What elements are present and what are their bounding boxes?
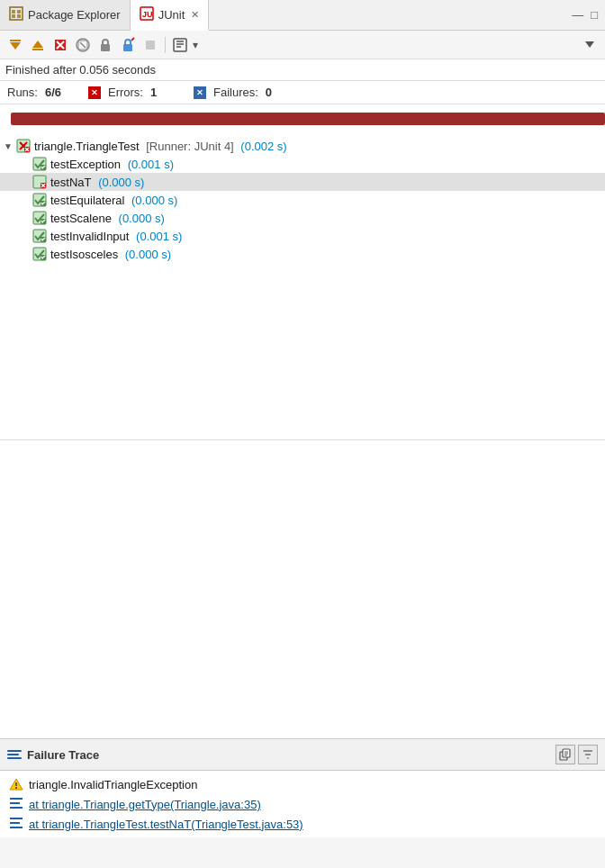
tab-bar-actions: — □ [564, 0, 605, 30]
runs-value: 6/6 [45, 86, 81, 99]
trace-exception-text: triangle.InvalidTriangleException [29, 778, 197, 791]
errors-icon: ✕ [88, 86, 101, 99]
maximize-btn[interactable]: □ [589, 6, 600, 23]
svg-marker-9 [32, 41, 43, 48]
failure-trace-body: triangle.InvalidTriangleException at tri… [0, 771, 605, 837]
failures-value: 0 [266, 86, 302, 99]
svg-rect-2 [17, 10, 21, 14]
test-time-invalidinput: (0.001 s) [132, 230, 182, 243]
rerun-btn[interactable] [73, 35, 93, 55]
test-ok-icon-isosceles [32, 247, 47, 261]
trace-stack1-text[interactable]: at triangle.Triangle.getType(Triangle.ja… [29, 798, 261, 811]
tab-package-explorer[interactable]: Package Explorer [0, 0, 131, 30]
svg-rect-21 [174, 39, 186, 51]
svg-rect-4 [17, 14, 21, 18]
runs-label: Runs: [7, 86, 38, 99]
stop-disabled-btn[interactable] [140, 35, 160, 55]
tab-package-explorer-label: Package Explorer [28, 8, 121, 22]
tab-bar: Package Explorer JU JUnit ✕ — □ [0, 0, 605, 31]
test-name-exception: testException [50, 158, 121, 171]
tab-junit[interactable]: JU JUnit ✕ [131, 0, 210, 31]
view-menu-btn[interactable] [580, 34, 600, 54]
tree-spacer [0, 440, 605, 739]
dropdown-arrow-icon: ▾ [193, 39, 198, 51]
svg-line-16 [80, 42, 86, 48]
trace-filter-btn[interactable] [578, 745, 598, 764]
root-test-error-icon [16, 139, 31, 153]
lock1-btn[interactable] [95, 35, 115, 55]
stop-btn[interactable] [50, 35, 70, 55]
tree-item-testIsosceles[interactable]: testIsosceles (0.000 s) [0, 245, 605, 263]
svg-marker-25 [585, 41, 594, 48]
tree-item-testScalene[interactable]: testScalene (0.000 s) [0, 209, 605, 227]
tab-junit-close[interactable]: ✕ [191, 9, 199, 21]
tab-junit-label: JUnit [158, 8, 185, 22]
svg-rect-3 [12, 14, 15, 18]
svg-rect-1 [12, 10, 15, 14]
test-name-isosceles: testIsosceles [50, 248, 118, 261]
prev-failure-btn[interactable] [28, 35, 48, 55]
history-btn[interactable] [170, 35, 190, 55]
failure-trace-header: Failure Trace [0, 738, 605, 771]
svg-line-19 [131, 38, 134, 41]
svg-point-57 [15, 787, 17, 789]
toolbar: ▾ [0, 31, 605, 59]
stats-row: Runs: 6/6 ✕ Errors: 1 ✕ Failures: 0 [0, 81, 605, 104]
tree-root-item[interactable]: ▼ triangle.TriangleTest [Runner: JUnit 4… [0, 137, 605, 155]
failure-trace-section: Failure Trace [0, 738, 605, 837]
tree-item-testException[interactable]: testException (0.001 s) [0, 155, 605, 173]
test-time-scalene: (0.000 s) [115, 212, 165, 225]
test-ok-icon-scalene [32, 211, 47, 225]
errors-value: 1 [150, 86, 186, 99]
test-time-nat: (0.000 s) [95, 176, 145, 189]
test-time-exception: (0.001 s) [124, 158, 174, 171]
test-name-invalidinput: testInvalidInput [50, 230, 129, 243]
root-test-name: triangle.TriangleTest [34, 140, 140, 153]
test-name-scalene: testScalene [50, 212, 112, 225]
progress-bar [11, 113, 605, 125]
status-text: Finished after 0.056 seconds [5, 63, 156, 77]
trace-lines-icon-2 [9, 817, 23, 831]
failure-trace-lines-icon [7, 750, 22, 759]
test-error-icon-nat [32, 175, 47, 189]
trace-stack2-text[interactable]: at triangle.TriangleTest.testNaT(Triangl… [29, 818, 303, 831]
trace-lines-icon-1 [9, 797, 23, 811]
trace-item-stack1[interactable]: at triangle.Triangle.getType(Triangle.ja… [5, 794, 600, 814]
tree-item-testInvalidInput[interactable]: testInvalidInput (0.001 s) [0, 227, 605, 245]
toolbar-dropdown-btn[interactable]: ▾ [193, 39, 198, 51]
package-explorer-icon [9, 6, 23, 23]
test-name-nat: testNaT [50, 176, 92, 189]
failures-icon: ✕ [194, 86, 206, 99]
root-test-time: (0.002 s) [240, 140, 286, 153]
trace-actions [555, 745, 598, 764]
main-window: Package Explorer JU JUnit ✕ — □ [0, 0, 605, 837]
tree-item-testNaT[interactable]: testNaT (0.000 s) [0, 173, 605, 191]
failure-trace-title: Failure Trace [27, 748, 99, 762]
test-ok-icon-exception [32, 157, 47, 171]
tree-item-testEquilateral[interactable]: testEquilateral (0.000 s) [0, 191, 605, 209]
svg-rect-17 [101, 44, 110, 51]
toolbar-separator [165, 37, 166, 53]
trace-item-stack2[interactable]: at triangle.TriangleTest.testNaT(Triangl… [5, 814, 600, 834]
root-test-runner: [Runner: JUnit 4] [143, 140, 238, 153]
trace-warning-icon [9, 777, 23, 791]
failures-label: Failures: [213, 86, 258, 99]
test-ok-icon-equilateral [32, 193, 47, 207]
trace-item-exception[interactable]: triangle.InvalidTriangleException [5, 774, 600, 794]
test-tree: ▼ triangle.TriangleTest [Runner: JUnit 4… [0, 133, 605, 440]
status-bar: Finished after 0.056 seconds [0, 59, 605, 81]
next-failure-btn[interactable] [5, 35, 25, 55]
lock2-btn[interactable] [118, 35, 138, 55]
test-ok-icon-invalidinput [32, 229, 47, 243]
svg-text:JU: JU [142, 10, 153, 19]
svg-marker-7 [10, 42, 21, 50]
svg-rect-20 [146, 41, 155, 50]
minimize-btn[interactable]: — [570, 6, 585, 23]
trace-copy-btn[interactable] [555, 745, 575, 764]
tree-expand-arrow: ▼ [4, 141, 13, 151]
svg-rect-18 [123, 44, 132, 51]
test-time-isosceles: (0.000 s) [122, 248, 171, 261]
junit-tab-icon: JU [140, 6, 154, 23]
test-name-equilateral: testEquilateral [50, 194, 124, 207]
errors-label: Errors: [108, 86, 143, 99]
